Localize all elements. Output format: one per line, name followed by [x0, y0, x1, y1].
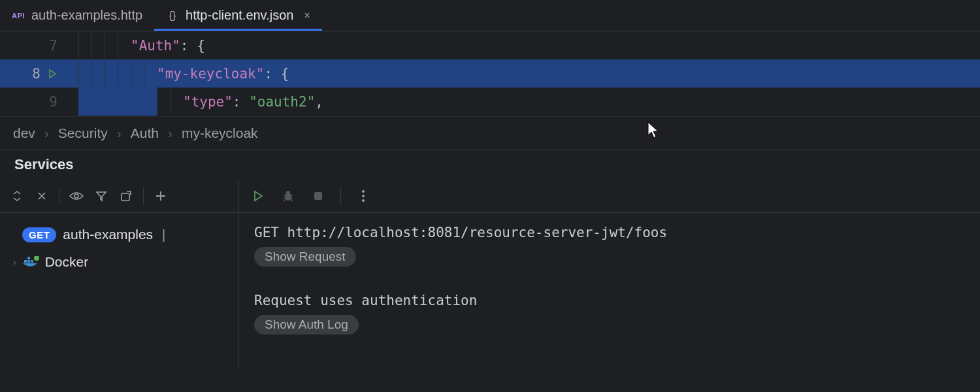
services-detail-pane: GET http://localhost:8081/resource-serve…: [238, 179, 980, 370]
request-line: GET http://localhost:8081/resource-serve…: [254, 225, 964, 240]
code-editor[interactable]: 7 "Auth": { 8 "my-keycloak": { 9 "type":…: [0, 31, 980, 116]
add-icon[interactable]: [153, 188, 169, 204]
tab-label: auth-examples.http: [31, 8, 142, 23]
docker-icon: [23, 256, 39, 268]
crumb[interactable]: Security: [58, 125, 108, 141]
services-panel-title: Services: [0, 149, 980, 179]
line-number: 9: [0, 94, 65, 110]
svg-point-11: [362, 195, 365, 197]
run-icon[interactable]: [250, 188, 266, 204]
svg-point-0: [74, 194, 78, 198]
chevron-right-icon: ›: [117, 125, 122, 141]
crumb[interactable]: dev: [13, 125, 35, 141]
http-method-badge: GET: [22, 227, 56, 242]
bug-icon[interactable]: [280, 188, 296, 204]
svg-rect-5: [27, 257, 30, 259]
caret-icon: |: [162, 227, 165, 242]
mouse-cursor-icon: [647, 121, 660, 139]
line-number: 8: [0, 66, 65, 82]
json-key: "Auth": [131, 38, 180, 54]
tree-item-label: auth-examples: [63, 227, 153, 242]
code-line-selected: 8 "my-keycloak": {: [0, 59, 980, 88]
services-tree-toolbar: [0, 179, 238, 213]
filter-icon[interactable]: [93, 188, 109, 204]
svg-rect-3: [27, 260, 30, 263]
tab-http-client-env[interactable]: {} http-client.env.json ×: [154, 0, 322, 31]
json-punct: ,: [315, 94, 323, 110]
layout-icon[interactable]: [118, 188, 134, 204]
tree-item-docker[interactable]: › Docker: [0, 248, 238, 276]
detail-toolbar: [238, 179, 980, 213]
tab-label: http-client.env.json: [186, 8, 293, 23]
svg-rect-9: [314, 192, 322, 200]
code-line: 9 "type": "oauth2",: [0, 88, 980, 116]
services-panel: GET auth-examples | › Docker: [0, 179, 980, 370]
stop-icon[interactable]: [310, 188, 326, 204]
breadcrumb: dev › Security › Auth › my-keycloak: [0, 116, 980, 149]
collapse-all-icon[interactable]: [34, 188, 50, 204]
svg-point-6: [34, 256, 39, 261]
tab-auth-examples[interactable]: API auth-examples.http: [0, 0, 154, 31]
api-icon: API: [12, 9, 25, 22]
json-braces-icon: {}: [166, 9, 179, 22]
json-key: "type": [183, 94, 233, 110]
services-tree-pane: GET auth-examples | › Docker: [0, 179, 238, 370]
show-request-button[interactable]: Show Request: [254, 247, 356, 267]
tree-item-label: Docker: [45, 254, 89, 270]
json-key: "my-keycloak": [157, 66, 264, 82]
chevron-right-icon: ›: [13, 257, 16, 267]
svg-point-10: [362, 190, 365, 193]
svg-rect-4: [31, 260, 33, 263]
json-punct: : {: [180, 38, 205, 54]
separator: [143, 188, 144, 204]
eye-icon[interactable]: [69, 188, 84, 204]
detail-body: GET http://localhost:8081/resource-serve…: [238, 213, 980, 346]
crumb[interactable]: my-keycloak: [182, 125, 258, 141]
json-string: "oauth2": [249, 94, 315, 110]
editor-tabs: API auth-examples.http {} http-client.en…: [0, 0, 980, 31]
auth-text: Request uses authentication: [254, 293, 964, 308]
chevron-right-icon: ›: [168, 125, 172, 141]
tree-item-request[interactable]: GET auth-examples |: [0, 221, 238, 248]
line-number: 7: [0, 38, 65, 54]
crumb[interactable]: Auth: [131, 125, 159, 141]
code-line: 7 "Auth": {: [0, 31, 980, 59]
svg-point-8: [286, 191, 290, 195]
svg-point-12: [362, 199, 365, 202]
expand-collapse-icon[interactable]: [9, 188, 25, 204]
json-punct: : {: [264, 66, 289, 82]
separator: [340, 188, 341, 204]
services-tree: GET auth-examples | › Docker: [0, 213, 238, 276]
separator: [59, 188, 59, 204]
svg-rect-1: [122, 193, 129, 201]
svg-rect-2: [24, 260, 27, 263]
show-auth-log-button[interactable]: Show Auth Log: [254, 315, 359, 335]
more-icon[interactable]: [355, 188, 371, 204]
run-gutter-icon[interactable]: [47, 69, 57, 79]
close-icon[interactable]: ×: [304, 10, 310, 22]
chevron-right-icon: ›: [44, 125, 49, 141]
